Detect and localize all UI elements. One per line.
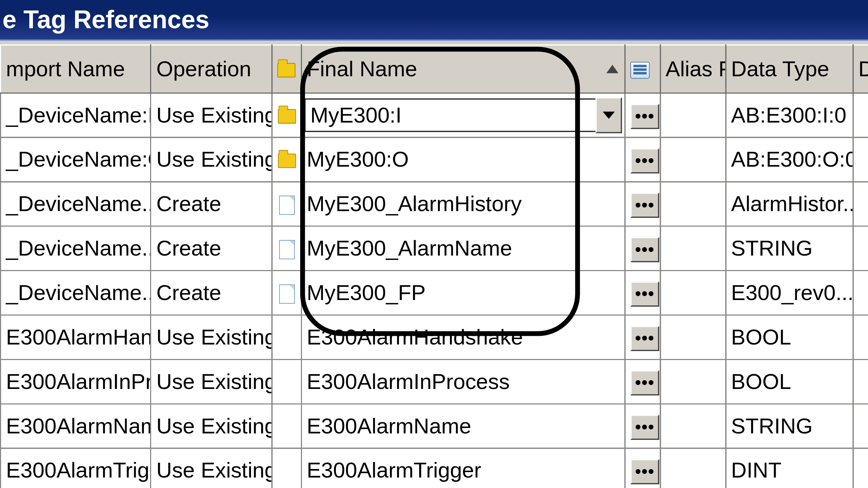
cell-final-name[interactable]: MyE300_AlarmHistory	[301, 182, 625, 226]
table-row[interactable]: _DeviceName...CreateMyE300_AlarmName•••S…	[1, 226, 868, 271]
tag-grid-container: mport Name Operation Final Name Alias F …	[0, 41, 868, 488]
cell-operation[interactable]: Create	[151, 271, 272, 315]
cell-final-name[interactable]: MyE300_FP	[301, 271, 625, 315]
cell-browse: •••	[625, 448, 660, 488]
header-properties-column[interactable]	[625, 45, 660, 93]
properties-icon	[630, 62, 650, 79]
import-name-text: E300AlarmTrig...	[6, 458, 151, 483]
data-type-text: AB:E300:I:0	[731, 103, 846, 127]
table-row[interactable]: E300AlarmNameUse ExistingE300AlarmName••…	[1, 404, 868, 448]
cell-operation[interactable]: Use Existing	[151, 315, 272, 360]
table-row[interactable]: E300AlarmTrig...Use ExistingE300AlarmTri…	[1, 448, 868, 488]
table-row[interactable]: _DeviceName:IUse ExistingMyE300:I•••AB:E…	[1, 93, 868, 137]
cell-alias-for[interactable]	[660, 182, 726, 226]
final-name-text: E300AlarmHandshake	[307, 325, 523, 349]
browse-button[interactable]: •••	[630, 459, 659, 484]
header-data-type[interactable]: Data Type	[726, 45, 853, 93]
cell-final-name[interactable]: E300AlarmName	[301, 404, 625, 448]
final-name-combo[interactable]: MyE300:I	[304, 98, 622, 132]
cell-import-name[interactable]: E300AlarmName	[1, 404, 151, 448]
operation-text: Create	[156, 236, 221, 260]
cell-import-name[interactable]: _DeviceName:I	[1, 93, 151, 137]
cell-data-type[interactable]: AB:E300:O:0	[726, 137, 853, 182]
cell-type-icon	[272, 271, 301, 315]
page-icon	[279, 196, 294, 215]
cell-browse: •••	[625, 271, 660, 315]
browse-button[interactable]: •••	[630, 370, 659, 395]
header-operation[interactable]: Operation	[151, 45, 272, 93]
import-name-text: E300AlarmInPr...	[6, 369, 151, 394]
cell-alias-for[interactable]	[660, 93, 726, 137]
table-row[interactable]: _DeviceName:OUse ExistingMyE300:O•••AB:E…	[1, 137, 868, 182]
header-extra[interactable]: D	[853, 45, 868, 93]
cell-operation[interactable]: Use Existing	[151, 448, 272, 488]
cell-final-name[interactable]: MyE300_AlarmName	[301, 226, 625, 271]
table-row[interactable]: E300AlarmInPr...Use ExistingE300AlarmInP…	[1, 359, 868, 404]
operation-text: Create	[156, 280, 221, 305]
cell-operation[interactable]: Use Existing	[151, 137, 272, 182]
cell-operation[interactable]: Create	[151, 182, 272, 226]
cell-operation[interactable]: Create	[151, 226, 272, 271]
cell-import-name[interactable]: _DeviceName...	[1, 226, 151, 271]
cell-final-name[interactable]: MyE300:I	[301, 93, 625, 137]
cell-data-type[interactable]: STRING	[726, 226, 853, 271]
browse-button[interactable]: •••	[630, 326, 659, 351]
cell-final-name[interactable]: E300AlarmHandshake	[301, 315, 625, 360]
cell-alias-for[interactable]	[660, 226, 726, 271]
cell-operation[interactable]: Use Existing	[151, 93, 272, 137]
cell-operation[interactable]: Use Existing	[151, 404, 272, 448]
cell-import-name[interactable]: _DeviceName...	[1, 271, 151, 315]
cell-import-name[interactable]: E300AlarmTrig...	[1, 448, 151, 488]
cell-alias-for[interactable]	[660, 315, 726, 360]
cell-data-type[interactable]: AlarmHistor...	[726, 182, 853, 226]
final-name-text: E300AlarmTrigger	[307, 458, 481, 483]
table-row[interactable]: E300AlarmHan...Use ExistingE300AlarmHand…	[1, 315, 868, 360]
header-import-name[interactable]: mport Name	[1, 45, 151, 93]
cell-alias-for[interactable]	[660, 448, 726, 488]
cell-operation[interactable]: Use Existing	[151, 359, 272, 404]
cell-data-type[interactable]: AB:E300:I:0	[726, 93, 853, 137]
chevron-down-icon	[603, 112, 615, 119]
window-title: e Tag References	[3, 5, 209, 34]
table-row[interactable]: _DeviceName...CreateMyE300_FP•••E300_rev…	[1, 271, 868, 315]
import-name-text: _DeviceName:O	[6, 147, 151, 172]
final-name-text: E300AlarmInProcess	[307, 369, 510, 394]
browse-button[interactable]: •••	[630, 192, 659, 218]
cell-browse: •••	[625, 404, 660, 448]
header-icon-column[interactable]	[272, 45, 301, 93]
data-type-text: E300_rev0...	[731, 280, 853, 305]
dropdown-button[interactable]	[596, 97, 622, 133]
cell-final-name[interactable]: MyE300:O	[301, 137, 625, 182]
cell-data-type[interactable]: BOOL	[726, 359, 853, 404]
import-name-text: _DeviceName...	[6, 280, 151, 305]
final-name-input[interactable]: MyE300:I	[304, 98, 595, 132]
table-row[interactable]: _DeviceName...CreateMyE300_AlarmHistory•…	[1, 182, 868, 226]
tag-references-window: e Tag References mport Name Operation Fi…	[0, 0, 868, 480]
browse-button[interactable]: •••	[630, 103, 659, 129]
cell-data-type[interactable]: DINT	[726, 448, 853, 488]
final-name-text: E300AlarmName	[307, 414, 471, 438]
browse-button[interactable]: •••	[630, 237, 659, 262]
cell-data-type[interactable]: STRING	[726, 404, 853, 448]
cell-import-name[interactable]: E300AlarmInPr...	[1, 359, 151, 404]
cell-extra	[853, 182, 868, 226]
cell-type-icon	[272, 448, 301, 488]
cell-import-name[interactable]: _DeviceName...	[1, 182, 151, 226]
cell-alias-for[interactable]	[660, 137, 726, 182]
cell-alias-for[interactable]	[660, 359, 726, 404]
cell-alias-for[interactable]	[660, 404, 726, 448]
browse-button[interactable]: •••	[630, 148, 659, 173]
cell-data-type[interactable]: BOOL	[726, 315, 853, 360]
cell-import-name[interactable]: E300AlarmHan...	[1, 315, 151, 360]
cell-alias-for[interactable]	[660, 271, 726, 315]
browse-button[interactable]: •••	[630, 281, 659, 307]
cell-final-name[interactable]: E300AlarmInProcess	[301, 359, 625, 404]
final-name-text: MyE300_AlarmName	[307, 236, 512, 260]
header-alias-for[interactable]: Alias F	[660, 45, 726, 93]
header-final-name[interactable]: Final Name	[301, 45, 625, 93]
import-name-text: _DeviceName...	[6, 236, 151, 260]
cell-final-name[interactable]: E300AlarmTrigger	[301, 448, 625, 488]
browse-button[interactable]: •••	[630, 414, 659, 440]
cell-import-name[interactable]: _DeviceName:O	[1, 137, 151, 182]
cell-data-type[interactable]: E300_rev0...	[726, 271, 853, 315]
